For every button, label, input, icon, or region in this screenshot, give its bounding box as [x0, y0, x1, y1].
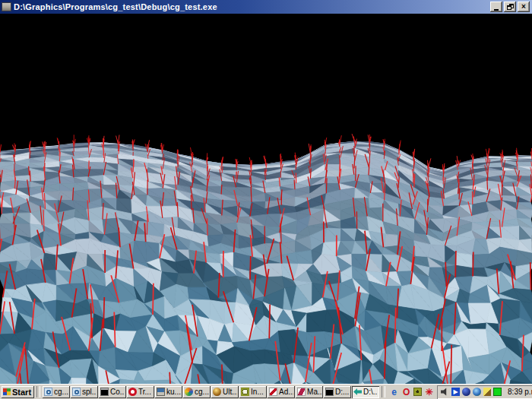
gl-app-icon	[353, 388, 362, 396]
quick-launch: eO✳	[388, 387, 435, 397]
task-button-3[interactable]: Tr...	[127, 386, 154, 398]
minimize-icon	[494, 9, 499, 11]
taskbar-divider	[382, 386, 385, 397]
folder-search-icon	[44, 388, 52, 396]
gl-viewport[interactable]	[0, 14, 532, 384]
task-button-label: Ult...	[223, 388, 237, 396]
tray-icons: ▶	[441, 388, 502, 396]
start-button[interactable]: Start	[2, 386, 34, 398]
task-button-label: cg...	[195, 388, 209, 396]
task-button-7[interactable]: In...	[239, 386, 267, 398]
task-button-label: ku...	[166, 388, 181, 396]
taskbar-divider	[36, 386, 40, 397]
task-button-label: Ad...	[279, 388, 293, 396]
ultraedit-icon	[213, 388, 221, 396]
window-title: D:\Graphics\Programs\cg_test\Debug\cg_te…	[14, 2, 490, 11]
volume-icon[interactable]	[441, 388, 449, 396]
restore-icon	[507, 4, 514, 10]
acrobat-icon	[269, 388, 277, 396]
globe-icon[interactable]	[473, 388, 481, 396]
task-buttons: cg...spl...Co...Tr...ku...cg...Ult...In.…	[43, 386, 379, 398]
console-icon	[100, 388, 109, 396]
close-icon: ×	[521, 3, 526, 11]
star-icon[interactable]: ✳	[424, 387, 434, 397]
task-button-4[interactable]: ku...	[155, 386, 182, 398]
restore-button[interactable]	[504, 2, 516, 12]
minimize-button[interactable]	[490, 2, 502, 12]
mail-icon	[297, 388, 306, 396]
task-button-label: Tr...	[138, 388, 151, 396]
folder-search-icon	[72, 388, 81, 396]
task-button-label: Co...	[110, 388, 125, 396]
start-button-label: Start	[12, 388, 31, 397]
opera-icon	[128, 388, 137, 396]
task-button-label: cg...	[54, 388, 68, 396]
pen-icon[interactable]	[483, 388, 491, 396]
task-button-label: spl...	[82, 388, 97, 396]
media-play-icon[interactable]: ▶	[451, 388, 460, 396]
task-button-label: Ma...	[307, 388, 321, 396]
blue-orb-icon[interactable]	[462, 388, 470, 396]
console-icon	[325, 388, 334, 396]
system-tray: ▶ 8:39 p.m.	[437, 385, 532, 399]
task-button-label: D:\...	[363, 388, 378, 396]
task-button-2[interactable]: Co...	[99, 386, 126, 398]
computer-icon	[157, 388, 165, 396]
close-button[interactable]: ×	[518, 2, 530, 12]
msdev-icon	[185, 388, 193, 396]
icq-icon[interactable]	[413, 388, 422, 396]
windows-flag-icon	[3, 388, 11, 395]
green-led-icon[interactable]	[493, 388, 502, 396]
window-titlebar[interactable]: D:\Graphics\Programs\cg_test\Debug\cg_te…	[0, 0, 532, 14]
scene-canvas[interactable]	[0, 14, 532, 384]
task-button-label: In...	[251, 388, 264, 396]
opera-icon[interactable]: O	[401, 387, 411, 397]
tray-clock[interactable]: 8:39 p.m.	[508, 388, 532, 396]
task-button-0[interactable]: cg...	[43, 386, 70, 398]
task-button-9[interactable]: Ma...	[296, 386, 323, 398]
clock-icon	[241, 388, 249, 396]
taskbar: Start cg...spl...Co...Tr...ku...cg...Ult…	[0, 384, 532, 399]
task-button-10[interactable]: D:...	[324, 386, 351, 398]
task-button-5[interactable]: cg...	[183, 386, 211, 398]
task-button-label: D:...	[335, 388, 349, 396]
app-icon	[2, 2, 11, 11]
task-button-11[interactable]: D:\...	[352, 386, 379, 398]
ie-icon[interactable]: e	[389, 387, 399, 397]
task-button-8[interactable]: Ad...	[268, 386, 295, 398]
task-button-1[interactable]: spl...	[71, 386, 98, 398]
task-button-6[interactable]: Ult...	[211, 386, 239, 398]
desktop: { "window": { "title": "D:\\Graphics\\Pr…	[0, 0, 532, 399]
window-controls: ×	[490, 2, 530, 12]
